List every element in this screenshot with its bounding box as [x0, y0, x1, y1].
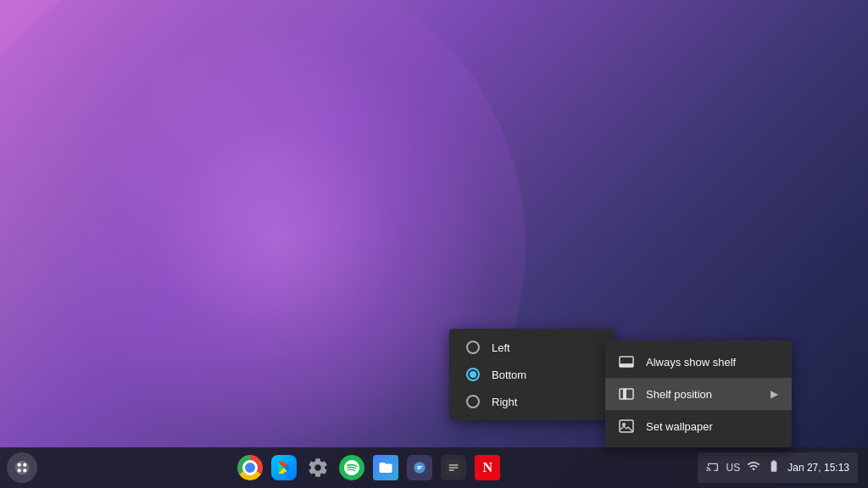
shelf-position-right-label: Right [492, 396, 517, 408]
shelf-app-files[interactable] [370, 452, 401, 483]
radio-left [466, 341, 480, 354]
shelf-position-right[interactable]: Right [449, 388, 615, 415]
shelf-position-bottom[interactable]: Bottom [449, 361, 615, 388]
shelf-position-left-label: Left [492, 341, 510, 354]
shelf-app-chrome[interactable] [235, 452, 265, 483]
shelf: N US [0, 447, 868, 488]
shelf-position-bottom-label: Bottom [492, 369, 526, 381]
wallpaper-icon [619, 419, 634, 434]
svg-point-8 [23, 463, 26, 467]
chrome-icon [237, 455, 263, 480]
battery-icon [767, 459, 781, 476]
radio-bottom-inner [470, 371, 476, 378]
shelf-position-icon [619, 386, 634, 402]
launcher-button[interactable] [7, 452, 37, 483]
shelf-app-7[interactable] [438, 452, 469, 483]
shelf-position-left[interactable]: Left [449, 334, 615, 361]
svg-point-7 [18, 463, 21, 467]
svg-rect-3 [623, 389, 626, 399]
shelf-context-menu: Always show shelf Shelf position ▶ [605, 341, 792, 447]
wallpaper-decoration-2 [68, 34, 492, 458]
netflix-icon: N [475, 455, 500, 480]
always-show-shelf-label: Always show shelf [646, 356, 778, 369]
network-icon: US [726, 462, 741, 474]
set-wallpaper-label: Set wallpaper [646, 420, 778, 433]
shelf-app-play[interactable] [269, 452, 299, 483]
system-clock: Jan 27, 15:13 [787, 462, 849, 474]
shelf-apps: N [41, 452, 698, 483]
spotify-icon [339, 455, 364, 480]
radio-right [466, 395, 480, 408]
svg-point-10 [23, 469, 26, 472]
shelf-toggle-icon [619, 354, 634, 369]
radio-bottom [466, 368, 480, 381]
wifi-icon [747, 459, 760, 476]
files-icon [373, 455, 398, 480]
shelf-app-settings[interactable] [303, 452, 333, 483]
svg-point-9 [18, 469, 21, 472]
play-store-icon [271, 455, 297, 480]
always-show-shelf-item[interactable]: Always show shelf [605, 346, 792, 378]
generic-app-icon-1 [407, 455, 432, 480]
submenu-chevron-icon: ▶ [771, 388, 778, 400]
svg-point-6 [15, 461, 30, 475]
shelf-app-spotify[interactable] [337, 452, 367, 483]
shelf-position-submenu: Left Bottom Right [449, 329, 615, 420]
shelf-app-6[interactable] [404, 452, 435, 483]
shelf-position-label: Shelf position [646, 388, 759, 401]
svg-rect-1 [620, 363, 633, 367]
system-tray: US Jan 27, 15:13 [698, 452, 861, 483]
shelf-app-netflix[interactable]: N [472, 452, 503, 483]
generic-app-icon-2 [441, 455, 466, 480]
set-wallpaper-item[interactable]: Set wallpaper [605, 410, 792, 442]
system-tray-area[interactable]: US Jan 27, 15:13 [698, 452, 858, 483]
desktop: Left Bottom Right Always show shelf [0, 0, 868, 488]
shelf-position-item[interactable]: Shelf position ▶ [605, 378, 792, 410]
cast-icon [706, 459, 720, 476]
settings-icon [305, 455, 331, 480]
